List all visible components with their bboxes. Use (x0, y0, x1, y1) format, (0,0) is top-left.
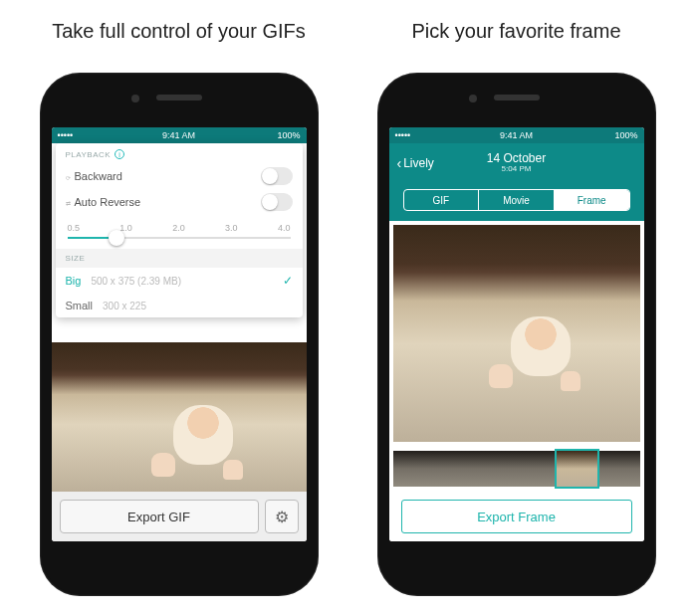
segment-gif[interactable]: GIF (404, 190, 480, 210)
nav-bar: ‹ Lively 14 October 5:04 PM (389, 143, 644, 183)
size-name: Big (66, 275, 82, 287)
carrier-dots: ••••• (58, 130, 74, 140)
filmstrip-thumb[interactable] (515, 451, 556, 487)
filmstrip-thumb[interactable] (474, 451, 515, 487)
status-bar: ••••• 9:41 AM 100% (52, 127, 307, 143)
speed-slider[interactable] (68, 237, 291, 239)
playback-header-label: PLAYBACK (66, 150, 112, 159)
speed-mark: 3.0 (225, 223, 238, 233)
filmstrip-thumb[interactable] (393, 451, 434, 487)
battery-label: 100% (277, 130, 300, 140)
size-name: Small (66, 300, 94, 311)
phone-frame-right: ••••• 9:41 AM 100% ‹ Lively 14 October 5… (377, 73, 656, 596)
status-time: 9:41 AM (162, 130, 195, 140)
toggle-backward-row[interactable]: ⟳Backward (56, 163, 303, 189)
gear-icon: ⚙ (275, 508, 289, 526)
toggle-auto-reverse-row[interactable]: ⇄Auto Reverse (56, 189, 303, 215)
filmstrip-thumb[interactable] (599, 451, 640, 487)
battery-label: 100% (614, 130, 637, 140)
playback-settings-panel: PLAYBACK i ⟳Backward ⇄Auto Reverse 0.5 1… (56, 143, 303, 317)
chevron-left-icon: ‹ (397, 155, 402, 171)
export-toolbar: Export GIF ⚙ (52, 492, 307, 541)
nav-subtitle: 5:04 PM (487, 165, 546, 174)
size-option-small[interactable]: Small 300 x 225 (56, 294, 303, 317)
toggle-switch[interactable] (261, 167, 293, 185)
preview-photo (52, 342, 307, 492)
size-dimensions: 500 x 375 (2.39 MB) (91, 276, 181, 287)
back-label: Lively (403, 156, 434, 170)
filmstrip-thumb[interactable] (433, 451, 474, 487)
export-frame-button[interactable]: Export Frame (401, 500, 632, 533)
mini-graph-icon: ⇄ (66, 201, 71, 207)
size-dimensions: 300 x 225 (103, 301, 146, 311)
segment-movie[interactable]: Movie (479, 190, 555, 210)
speed-mark: 0.5 (68, 223, 81, 233)
speed-mark: 2.0 (172, 223, 185, 233)
info-icon[interactable]: i (115, 149, 124, 159)
toggle-switch[interactable] (261, 193, 293, 211)
toggle-label: Auto Reverse (75, 196, 141, 208)
size-section-header: SIZE (56, 249, 303, 268)
slider-knob[interactable] (109, 230, 124, 246)
back-button[interactable]: ‹ Lively (397, 155, 434, 171)
checkmark-icon: ✓ (283, 274, 293, 288)
speed-marks: 0.5 1.0 2.0 3.0 4.0 (56, 215, 303, 235)
export-gif-button[interactable]: Export GIF (60, 500, 259, 533)
filmstrip-thumb-selected[interactable] (555, 449, 599, 489)
speed-mark: 4.0 (278, 223, 291, 233)
status-bar: ••••• 9:41 AM 100% (389, 127, 644, 143)
size-option-big[interactable]: Big 500 x 375 (2.39 MB) ✓ (56, 268, 303, 294)
segment-frame[interactable]: Frame (555, 190, 629, 210)
status-time: 9:41 AM (500, 130, 533, 140)
frame-photo[interactable] (393, 225, 640, 442)
playback-section-header: PLAYBACK i (56, 143, 303, 163)
mode-segmented-control[interactable]: GIF Movie Frame (403, 189, 630, 211)
frame-filmstrip[interactable] (389, 446, 644, 492)
toggle-label: Backward (75, 170, 122, 182)
phone-frame-left: ••••• 9:41 AM 100% PLAYBACK i ⟳Backward … (40, 73, 319, 596)
carrier-dots: ••••• (395, 130, 411, 140)
mini-graph-icon: ⟳ (66, 175, 71, 181)
settings-button[interactable]: ⚙ (265, 500, 299, 533)
headline-left: Take full control of your GIFs (52, 20, 306, 43)
headline-right: Pick your favorite frame (411, 20, 620, 43)
